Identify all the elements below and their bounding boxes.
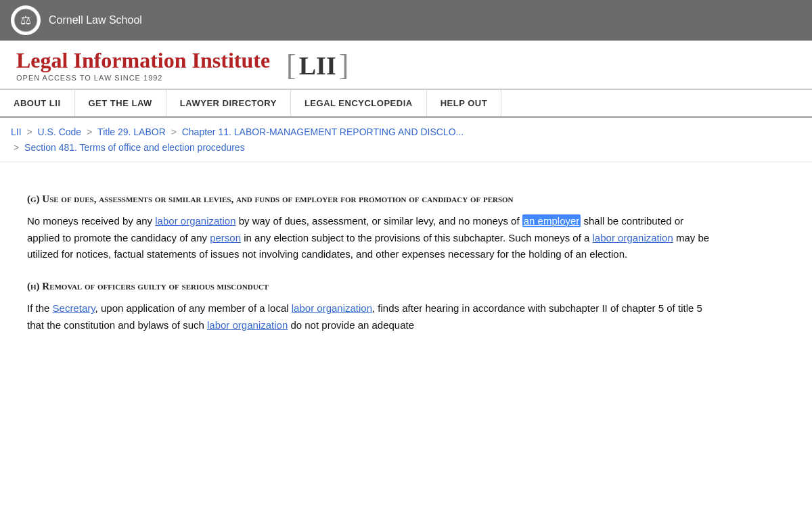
breadcrumb-sep-3: > [171, 126, 179, 137]
nav-get-the-law[interactable]: GET THE LAW [75, 90, 166, 116]
lii-title-group: Legal Information Institute OPEN ACCESS … [16, 49, 270, 82]
section-h-link-labor-org-1[interactable]: labor organization [292, 302, 372, 314]
lii-bracket-text: LII [296, 53, 339, 78]
main-content: (g) Use of dues, assessments or similar … [0, 162, 744, 358]
nav-legal-encyclopedia[interactable]: LEGAL ENCYCLOPEDIA [291, 90, 427, 116]
breadcrumb: LII > U.S. Code > Title 29. LABOR > Chap… [0, 118, 812, 162]
section-h-link-labor-org-2[interactable]: labor organization [207, 319, 288, 331]
section-h-text-1: If the [27, 302, 53, 314]
section-g-text-2: by way of dues, assessment, or similar l… [236, 215, 522, 227]
breadcrumb-chapter[interactable]: Chapter 11. LABOR-MANAGEMENT REPORTING A… [182, 126, 464, 137]
section-g-text-1: No moneys received by any [27, 215, 155, 227]
section-h-text-2: , upon application of any member of a lo… [95, 302, 292, 314]
section-g-link-labor-org-2[interactable]: labor organization [593, 232, 673, 243]
section-h-body: If the Secretary, upon application of an… [27, 300, 717, 334]
section-g-highlighted-employer[interactable]: an employer [522, 214, 581, 227]
section-g-heading: (g) Use of dues, assessments or similar … [27, 192, 717, 206]
nav-about-lii[interactable]: ABOUT LII [0, 90, 75, 116]
section-g-link-labor-org-1[interactable]: labor organization [155, 215, 235, 227]
breadcrumb-sep-1: > [26, 126, 35, 137]
section-h-heading: (h) Removal of officers guilty of seriou… [27, 279, 717, 294]
section-h-link-secretary[interactable]: Secretary [53, 302, 95, 314]
section-g-body: No moneys received by any labor organiza… [27, 213, 717, 263]
cornell-school-name: Cornell Law School [49, 14, 142, 26]
section-g-link-person[interactable]: person [210, 232, 241, 243]
breadcrumb-sep-2: > [87, 126, 95, 137]
breadcrumb-lii[interactable]: LII [11, 126, 22, 137]
breadcrumb-title[interactable]: Title 29. LABOR [97, 126, 166, 137]
lii-title: Legal Information Institute [16, 49, 270, 72]
breadcrumb-us-code[interactable]: U.S. Code [38, 126, 82, 137]
lii-banner: Legal Information Institute OPEN ACCESS … [0, 41, 812, 90]
section-g-text-4: in any election subject to the provision… [241, 232, 592, 243]
section-h-text-4: do not provide an adequate [288, 319, 414, 331]
lii-subtitle: OPEN ACCESS TO LAW SINCE 1992 [16, 74, 270, 82]
breadcrumb-section[interactable]: Section 481. Terms of office and electio… [24, 142, 245, 153]
cornell-logo-icon: ⚖ [11, 5, 41, 35]
svg-text:⚖: ⚖ [20, 14, 31, 27]
nav-help-out[interactable]: HELP OUT [427, 90, 502, 116]
main-nav: ABOUT LII GET THE LAW LAWYER DIRECTORY L… [0, 90, 812, 118]
cornell-header: ⚖ Cornell Law School [0, 0, 812, 41]
breadcrumb-sep-4: > [14, 142, 22, 153]
lii-bracket-logo: [ LII ] [286, 51, 348, 80]
nav-lawyer-directory[interactable]: LAWYER DIRECTORY [166, 90, 291, 116]
